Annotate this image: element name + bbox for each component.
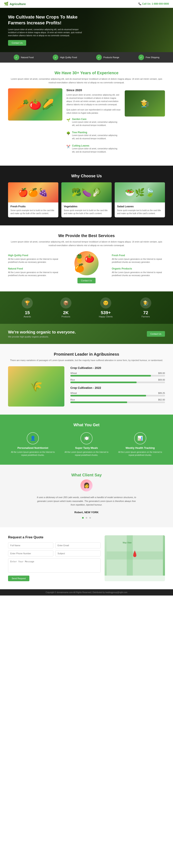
high-quality-label: High Quility Food [60, 56, 77, 59]
natural-food-title: Natural Food [8, 267, 61, 270]
products-label: Products [60, 315, 71, 318]
high-quality-icon: ✓ [53, 55, 58, 60]
vegetables-image: 🥦🍆🥬 [61, 182, 112, 203]
salad-card: 🥗🌿🍃 Salad Leaves Some quick example text… [115, 182, 165, 217]
quote-phone-input[interactable] [8, 551, 53, 556]
experience-section: We Have 30+ Years of Experience Lorem ip… [0, 63, 173, 166]
garden-care-title: Garden Care [72, 118, 121, 121]
services-cta-button[interactable]: Contact Us [77, 278, 96, 283]
map-image: Map View [105, 535, 165, 576]
meals-text: All the Lorem Ipsum generators on the In… [62, 451, 111, 457]
fresh-fruits-body: Fresh Fruits Some quick example text to … [8, 203, 58, 217]
since-text2: Quis autem vel eum iure reprehenderit in… [66, 108, 121, 115]
what-section: What You Get 👤 Personalized Nutritionist… [0, 414, 173, 465]
quote-title: Request a Free Quote [8, 535, 101, 539]
what-cards: 👤 Personalized Nutritionist All the Lore… [8, 432, 165, 457]
natural-food-service: Natural Food All the Lorem Ipsum generat… [8, 267, 61, 277]
hero-content: We Cultivate New Crops To Make Farmers I… [8, 14, 84, 45]
stats-row: 🏆 15 Awards 📦 2K Products 😊 539+ Happy C… [8, 298, 165, 318]
fresh-fruits-image: 🍎🍊🍇 [8, 182, 58, 203]
quote-message-textarea[interactable] [8, 558, 101, 572]
what-nutritionist-card: 👤 Personalized Nutritionist All the Lore… [8, 432, 58, 457]
happy-clients-label: Happy Clients [99, 315, 113, 318]
phone-label: Call Us: [142, 2, 151, 5]
services-header: We Provide the Best Services Lorem ipsum… [8, 234, 165, 247]
organic-banner: We're working organic to everyone. We pr… [0, 324, 173, 344]
tree-planting-title: Tree Planting [72, 131, 121, 134]
hero-cta-button[interactable]: Contact Us [8, 40, 26, 46]
rice-fill-2022 [70, 402, 127, 403]
rice-track-2020 [70, 381, 165, 383]
feature-natural-food: ✓ Natural Food [14, 55, 34, 60]
salad-title: Salad Leaves [117, 205, 163, 208]
experience-title-highlight: 30+ [72, 71, 79, 75]
agri-header: Prominent Leader in Agribusiness There a… [8, 352, 165, 362]
quote-name-input[interactable] [8, 542, 53, 549]
crop2022-wheat-bar: Wheat $89.25 [70, 392, 165, 397]
cutting-leaves-text: Cutting Leaves Lorem ipsum dolor sit ame… [72, 144, 121, 156]
svg-rect-2 [127, 535, 133, 576]
wheat-value-2020: $89.00 [158, 372, 165, 374]
free-shipping-label: Free Shipping [146, 56, 160, 59]
tree-planting-icon: 🌳 [66, 131, 70, 135]
wheat-track-2020 [70, 375, 165, 376]
products-number: 2K [60, 310, 71, 315]
experience-grid: 🥕🍅🌽 Since 2020 Lorem ipsum dolor sit ame… [8, 88, 165, 158]
phone-info: 📞 Call Us: 1-888-000-0800 [138, 2, 169, 5]
farmers-label: Farmers [140, 315, 151, 318]
garden-care-text: Garden Care Lorem ipsum dolor sit amet, … [72, 118, 121, 129]
rice-fill-2020 [70, 381, 137, 383]
quote-email-input[interactable] [55, 542, 101, 549]
garden-care-feature: 🌱 Garden Care Lorem ipsum dolor sit amet… [66, 118, 121, 129]
organic-cta-button[interactable]: Contact Us [147, 331, 165, 337]
organic-products-title: Organic Products [112, 267, 165, 270]
awards-number: 15 [22, 310, 33, 315]
tree-planting-feature: 🌳 Tree Planting Lorem ipsum dolor sit am… [66, 131, 121, 142]
products-range-label: Products Range [103, 56, 119, 59]
organic-text: We're working organic to everyone. We pr… [8, 330, 76, 338]
services-left-col: High Quility Food All the Lorem Ipsum ge… [8, 254, 61, 281]
experience-right-image-col: 👨‍🌾 [125, 88, 165, 158]
rice-name-2020: Rice [70, 378, 75, 381]
dot-1 [82, 517, 84, 519]
since-title: Since 2020 [66, 88, 121, 92]
salad-emoji: 🥗🌿🍃 [125, 188, 155, 197]
stat-products: 📦 2K Products [60, 298, 71, 318]
cutting-leaves-desc: Lorem ipsum dolor sit amet, consectetur … [72, 147, 121, 154]
experience-right: Since 2020 Lorem ipsum dolor sit amet, c… [66, 88, 121, 158]
vegetables-title: Vegetables [64, 205, 109, 208]
map-container: Map View [105, 535, 165, 581]
footer: Copyright © domainname.com All Rights Re… [0, 589, 173, 595]
wheat-track-2022 [70, 395, 165, 397]
crop2022-label: Crop Cultivation - 2022 [70, 386, 165, 390]
phone-number: 1-888-000-0800 [152, 2, 169, 5]
services-grid: High Quility Food All the Lorem Ipsum ge… [8, 251, 165, 283]
fresh-food-service: Fresh Food All the Lorem Ipsum generator… [112, 254, 165, 264]
natural-food-icon: ✓ [14, 55, 19, 60]
cutting-leaves-title: Cutting Leaves [72, 144, 121, 147]
salad-body: Salad Leaves Some quick example text to … [115, 203, 165, 217]
agri-section: Prominent Leader in Agribusiness There a… [0, 344, 173, 414]
testimonial-dots [8, 516, 165, 519]
dot-2 [86, 517, 87, 519]
quote-form: Request a Free Quote Send Request [8, 535, 101, 581]
tree-planting-desc: Lorem ipsum dolor sit amet, consectetur … [72, 134, 121, 140]
farmer-emoji: 👨‍🌾 [140, 99, 149, 108]
quote-name-email-row [8, 542, 101, 549]
organic-products-text: All the Lorem Ipsum generators on the In… [112, 271, 165, 277]
natural-food-text: All the Lorem Ipsum generators on the In… [8, 271, 61, 277]
tree-planting-text: Tree Planting Lorem ipsum dolor sit amet… [72, 131, 121, 142]
quote-submit-button[interactable]: Send Request [8, 576, 29, 581]
quote-phone-subject-row [8, 551, 101, 556]
fruits-emoji: 🍎🍊🍇 [18, 188, 48, 197]
agri-content: Crop Cultivation - 2020 Wheat $89.00 Ric… [70, 366, 165, 406]
wheat-fill-2020 [70, 375, 151, 376]
quote-subject-input[interactable] [55, 551, 101, 556]
organic-title: We're working organic to everyone. [8, 330, 76, 335]
stat-farmers: 👨‍🌾 72 Farmers [140, 298, 151, 318]
stat-awards: 🏆 15 Awards [22, 298, 33, 318]
experience-features: 🌱 Garden Care Lorem ipsum dolor sit amet… [66, 118, 121, 156]
testimonial-section: What Client Say 👩 It uses a dictionary o… [0, 465, 173, 527]
tracking-text: All the Lorem Ipsum generators on the In… [115, 451, 165, 457]
experience-desc: Lorem ipsum dolor sit amet, consectetur … [8, 77, 165, 84]
